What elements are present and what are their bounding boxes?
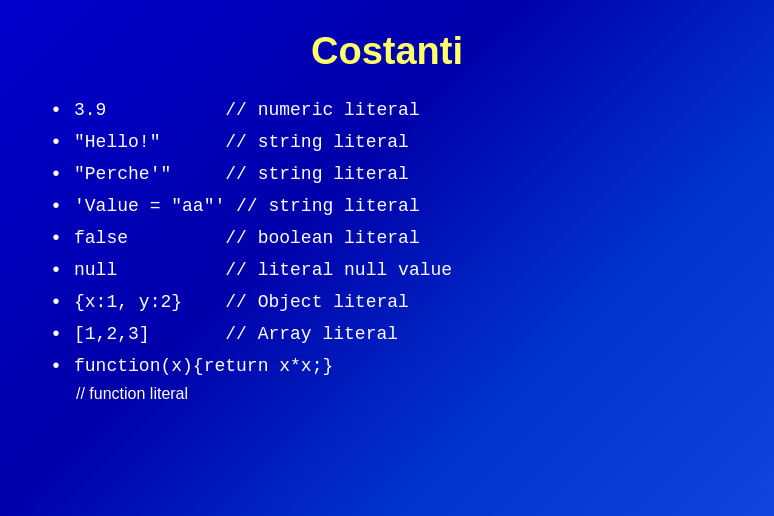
list-item: • 'Value = "aa"' // string literal <box>50 193 724 221</box>
list-item: • function(x){return x*x;} <box>50 353 724 381</box>
slide-title: Costanti <box>50 30 724 73</box>
list-item: • "Perche'" // string literal <box>50 161 724 189</box>
list-item: • false // boolean literal <box>50 225 724 253</box>
bullet-3: • <box>50 161 62 189</box>
code-5: false <box>74 225 225 252</box>
comment-2: // string literal <box>225 129 409 156</box>
code-7: {x:1, y:2} <box>74 289 225 316</box>
bullet-7: • <box>50 289 62 317</box>
function-comment: // function literal <box>76 385 188 402</box>
content-area: • 3.9 // numeric literal • "Hello!" // s… <box>50 97 724 403</box>
comment-7: // Object literal <box>225 289 409 316</box>
code-2: "Hello!" <box>74 129 225 156</box>
bullet-8: • <box>50 321 62 349</box>
code-1: 3.9 <box>74 97 225 124</box>
code-6: null <box>74 257 225 284</box>
list-item: • "Hello!" // string literal <box>50 129 724 157</box>
comment-6: // literal null value <box>225 257 452 284</box>
comment-8: // Array literal <box>225 321 398 348</box>
code-4: 'Value = "aa"' <box>74 193 225 220</box>
last-comment-line: // function literal <box>76 385 724 403</box>
code-3: "Perche'" <box>74 161 225 188</box>
comment-3: // string literal <box>225 161 409 188</box>
bullet-1: • <box>50 97 62 125</box>
code-9: function(x){return x*x;} <box>74 353 333 380</box>
comment-5: // boolean literal <box>225 225 419 252</box>
comment-1: // numeric literal <box>225 97 419 124</box>
code-8: [1,2,3] <box>74 321 225 348</box>
bullet-9: • <box>50 353 62 381</box>
bullet-6: • <box>50 257 62 285</box>
comment-4: // string literal <box>225 193 419 220</box>
items-list: • 3.9 // numeric literal • "Hello!" // s… <box>50 97 724 381</box>
list-item: • {x:1, y:2} // Object literal <box>50 289 724 317</box>
list-item: • null // literal null value <box>50 257 724 285</box>
bullet-5: • <box>50 225 62 253</box>
bullet-2: • <box>50 129 62 157</box>
list-item: • [1,2,3] // Array literal <box>50 321 724 349</box>
bullet-4: • <box>50 193 62 221</box>
list-item: • 3.9 // numeric literal <box>50 97 724 125</box>
